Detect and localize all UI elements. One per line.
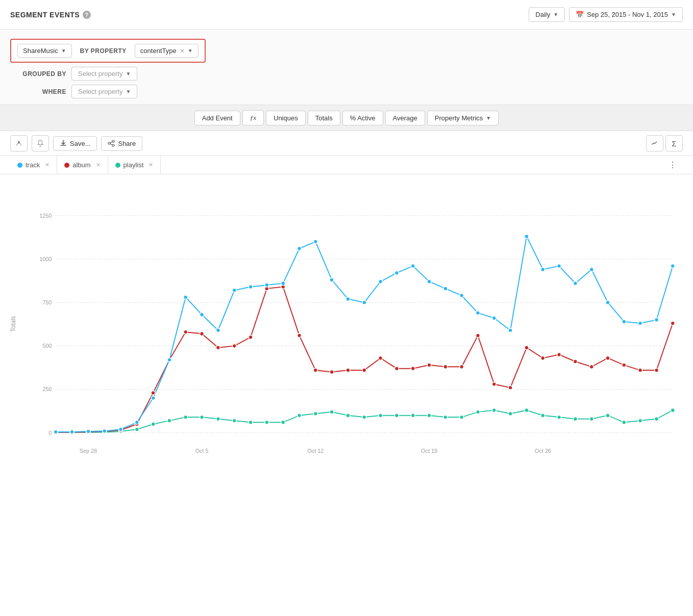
svg-point-117 [346, 297, 350, 301]
daily-dropdown[interactable]: Daily ▼ [529, 7, 565, 22]
formula-button[interactable]: ƒx [242, 110, 264, 125]
svg-point-47 [476, 410, 480, 414]
svg-point-129 [541, 267, 545, 271]
svg-point-55 [606, 414, 610, 418]
svg-point-75 [298, 333, 302, 338]
share-icon [108, 140, 115, 147]
where-label: WHERE [10, 88, 66, 95]
svg-point-38 [330, 410, 334, 414]
percent-active-button[interactable]: % Active [342, 111, 383, 125]
svg-text:Sep 28: Sep 28 [80, 448, 97, 454]
person-icon [16, 139, 22, 147]
svg-point-105 [151, 396, 155, 400]
svg-point-120 [394, 271, 399, 275]
y-axis-label: Totals [10, 316, 17, 331]
svg-text:Oct 26: Oct 26 [535, 448, 551, 454]
svg-point-115 [313, 240, 317, 244]
filter-section: ShareMusic ▼ BY PROPERTY contentType ✕ ▼… [0, 30, 693, 105]
svg-point-27 [151, 422, 155, 426]
legend-playlist[interactable]: playlist ✕ [108, 156, 161, 174]
chart-toolbar: Add Event ƒx Uniques Totals % Active Ave… [0, 105, 693, 131]
svg-point-0 [18, 141, 20, 144]
svg-point-58 [655, 417, 659, 421]
uniques-button[interactable]: Uniques [266, 111, 306, 125]
totals-button[interactable]: Totals [308, 111, 340, 125]
svg-point-78 [346, 368, 350, 372]
event-dropdown[interactable]: ShareMusic ▼ [17, 44, 72, 58]
property-metrics-button[interactable]: Property Metrics ▼ [427, 111, 499, 125]
svg-point-51 [541, 414, 545, 418]
svg-text:250: 250 [42, 386, 52, 392]
svg-point-1 [112, 140, 114, 142]
by-property-label: BY PROPERTY [77, 47, 130, 55]
svg-point-81 [394, 367, 399, 371]
svg-point-109 [216, 328, 220, 332]
svg-point-133 [606, 300, 610, 304]
help-icon[interactable]: ? [83, 11, 91, 19]
svg-point-50 [525, 408, 529, 413]
save-button[interactable]: Save... [53, 136, 97, 151]
share-button[interactable]: Share [101, 136, 142, 151]
svg-point-118 [362, 300, 366, 304]
svg-point-119 [379, 279, 383, 284]
svg-text:0: 0 [48, 430, 52, 436]
svg-text:750: 750 [42, 299, 52, 305]
svg-point-102 [103, 429, 107, 433]
svg-point-72 [249, 335, 253, 339]
person-icon-button[interactable] [10, 135, 28, 151]
svg-point-103 [119, 427, 123, 431]
chip-clear-icon[interactable]: ✕ [180, 47, 185, 55]
action-right: Σ [646, 135, 683, 151]
daily-caret: ▼ [553, 12, 558, 17]
daily-label: Daily [535, 11, 550, 18]
svg-point-43 [411, 414, 415, 418]
svg-point-95 [622, 363, 626, 367]
svg-point-89 [525, 346, 529, 350]
svg-text:Oct 12: Oct 12 [307, 448, 324, 454]
album-close-icon[interactable]: ✕ [96, 162, 101, 168]
event-filter-row: ShareMusic ▼ BY PROPERTY contentType ✕ ▼ [10, 39, 683, 63]
page-header: SEGMENT EVENTS ? Daily ▼ 📅 Sep 25, 2015 … [0, 0, 693, 30]
svg-point-70 [216, 346, 220, 350]
svg-point-88 [508, 386, 512, 390]
where-dropdown[interactable]: Select property ▼ [71, 85, 137, 98]
where-caret: ▼ [126, 89, 131, 94]
playlist-label: playlist [123, 161, 144, 169]
property-chip[interactable]: contentType ✕ ▼ [135, 44, 199, 58]
svg-point-39 [346, 414, 350, 418]
legend-track[interactable]: track ✕ [10, 156, 57, 174]
date-range-dropdown[interactable]: 📅 Sep 25, 2015 - Nov 1, 2015 ▼ [569, 7, 683, 22]
alert-icon-button[interactable] [32, 135, 49, 151]
grouped-by-placeholder: Select property [78, 70, 122, 78]
grouped-by-dropdown[interactable]: Select property ▼ [71, 67, 137, 81]
line-chart-icon-button[interactable] [646, 135, 663, 151]
svg-point-46 [460, 415, 464, 419]
svg-text:1250: 1250 [39, 213, 52, 219]
svg-point-113 [281, 281, 285, 286]
track-close-icon[interactable]: ✕ [45, 162, 50, 168]
sigma-icon-button[interactable]: Σ [665, 135, 683, 151]
svg-point-116 [330, 278, 334, 282]
grouped-caret: ▼ [126, 71, 131, 76]
svg-point-71 [232, 344, 236, 348]
line-chart: 025050075010001250Sep 28Oct 5Oct 12Oct 1… [31, 185, 683, 470]
average-button[interactable]: Average [385, 111, 425, 125]
svg-point-130 [557, 264, 561, 268]
svg-point-52 [557, 415, 561, 419]
action-bar: Save... Share Σ [0, 131, 693, 156]
calendar-icon: 📅 [576, 11, 584, 18]
svg-point-98 [671, 321, 675, 325]
svg-point-121 [411, 264, 415, 268]
legend-bar: track ✕ album ✕ playlist ✕ ⋮ [0, 156, 693, 174]
svg-text:Oct 19: Oct 19 [421, 448, 437, 454]
legend-album[interactable]: album ✕ [57, 156, 108, 174]
add-event-button[interactable]: Add Event [194, 111, 240, 125]
svg-point-30 [200, 415, 204, 419]
grouped-by-row: GROUPED BY Select property ▼ [10, 67, 683, 81]
legend-more-button[interactable]: ⋮ [662, 156, 683, 174]
svg-point-94 [606, 356, 610, 360]
svg-point-126 [492, 316, 496, 320]
svg-point-76 [313, 368, 317, 372]
svg-point-53 [573, 417, 577, 421]
playlist-close-icon[interactable]: ✕ [148, 162, 153, 168]
